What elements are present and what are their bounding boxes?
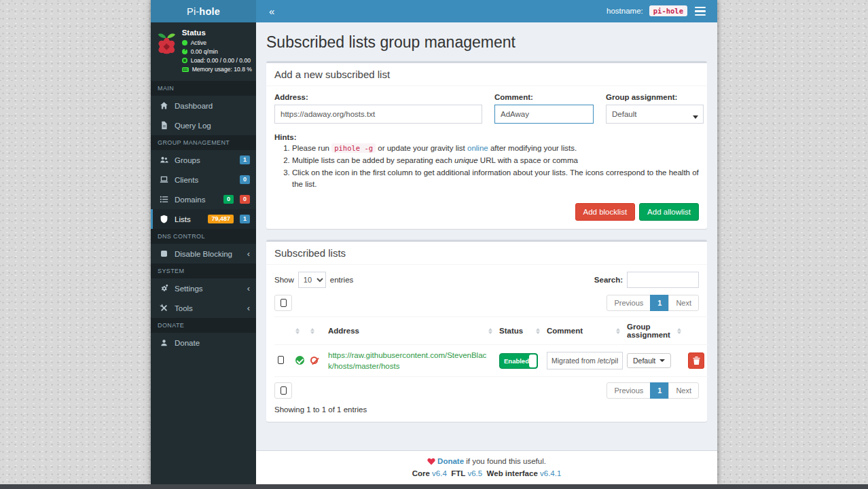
sort-icon <box>616 328 620 335</box>
sidebar-item-lists[interactable]: Lists 79,487 1 <box>151 209 256 229</box>
previous-page-button[interactable]: Previous <box>607 295 651 311</box>
row-comment-input[interactable] <box>547 352 623 369</box>
delete-row-button[interactable] <box>688 352 704 369</box>
health2-column-header[interactable] <box>307 317 325 345</box>
list-ok-icon[interactable] <box>295 356 304 365</box>
entries-label: entries <box>330 276 354 284</box>
chevron-left-icon: ‹ <box>247 285 250 292</box>
sidebar-item-settings[interactable]: Settings ‹ <box>151 278 256 298</box>
hostname-badge: pi-hole <box>649 5 687 16</box>
footer-donate-text: if you found this useful. <box>466 457 546 465</box>
web-version-link[interactable]: v6.4.1 <box>540 469 561 477</box>
sidebar-item-tools[interactable]: Tools ‹ <box>151 298 256 318</box>
main-content: Subscribed lists group management Add a … <box>256 22 717 484</box>
select-all-button-bottom[interactable] <box>274 382 292 399</box>
hamburger-menu-icon[interactable] <box>693 4 707 18</box>
sidebar-item-query-log[interactable]: Query Log <box>151 115 256 135</box>
web-interface-label: Web interface <box>487 469 538 477</box>
pihole-app-window: Pi-hole « hostname: pi-hole <box>151 0 717 484</box>
next-page-button[interactable]: Next <box>668 382 699 399</box>
address-input[interactable] <box>274 105 482 124</box>
load-icon <box>182 58 187 63</box>
row-checkbox[interactable] <box>278 356 284 364</box>
home-icon <box>160 101 168 110</box>
table-summary: Showing 1 to 1 of 1 entries <box>274 405 699 415</box>
groups-count-badge: 1 <box>240 156 250 164</box>
row-group-dropdown[interactable]: Default <box>627 353 671 368</box>
queries-rate-text: 0.00 q/min <box>191 48 218 55</box>
page-title: Subscribed lists group management <box>266 33 707 52</box>
sort-icon <box>488 328 492 335</box>
sidebar-item-groups[interactable]: Groups 1 <box>151 150 256 170</box>
navbar-right: hostname: pi-hole <box>607 4 707 18</box>
ftl-label: FTL <box>451 469 465 477</box>
previous-page-button[interactable]: Previous <box>607 382 651 399</box>
select-all-button-top[interactable] <box>274 295 292 311</box>
list-blocked-icon[interactable] <box>310 357 318 364</box>
next-page-button[interactable]: Next <box>668 295 699 311</box>
domains-blocked-badge: 0 <box>240 195 250 204</box>
health-column-header[interactable] <box>292 317 307 345</box>
section-system: SYSTEM <box>151 264 256 278</box>
checkbox-icon <box>281 299 287 307</box>
add-allowlist-button[interactable]: Add allowlist <box>639 203 699 221</box>
lists-count-badge: 1 <box>240 215 250 223</box>
sidebar-item-dashboard[interactable]: Dashboard <box>151 96 256 115</box>
show-label: Show <box>274 276 294 284</box>
sort-icon <box>677 328 681 335</box>
page-length-select[interactable]: 10 <box>298 272 326 288</box>
sidebar-collapse-button[interactable]: « <box>266 5 277 17</box>
app-logo[interactable]: Pi-hole <box>151 0 256 22</box>
add-list-box: Add a new subscribed list Address: Comme… <box>266 61 707 229</box>
footer-donate-link[interactable]: Donate <box>437 457 464 465</box>
status-title: Status <box>182 29 252 37</box>
shield-icon <box>160 215 168 223</box>
group-assignment-select[interactable]: Default <box>606 105 704 124</box>
gears-icon <box>160 284 168 293</box>
address-column-header[interactable]: Address <box>325 317 496 345</box>
taskbar-edge <box>0 484 868 489</box>
search-label: Search: <box>594 276 623 284</box>
comment-input[interactable] <box>494 105 594 124</box>
sort-icon <box>536 328 540 335</box>
page-1-button[interactable]: 1 <box>650 382 669 399</box>
file-icon <box>160 121 168 130</box>
hints-title: Hints: <box>274 133 699 141</box>
status-panel: Status Active 0.00 q/min Load: 0.00 / 0.… <box>151 22 256 81</box>
domains-allowed-badge: 0 <box>223 195 234 204</box>
sidebar-item-clients[interactable]: Clients 0 <box>151 170 256 189</box>
enabled-toggle[interactable]: Enabled <box>499 353 538 369</box>
heart-icon <box>427 458 435 465</box>
pagination-bottom: Previous 1 Next <box>607 382 699 399</box>
add-blocklist-button[interactable]: Add blocklist <box>575 203 636 221</box>
list-address-link[interactable]: https://raw.githubusercontent.com/Steven… <box>328 351 486 370</box>
sidebar-item-donate[interactable]: Donate <box>151 333 256 352</box>
status-column-header[interactable]: Status <box>496 317 543 345</box>
sidebar-menu: MAIN Dashboard Query Log GROUP MANAGEMEN… <box>151 81 256 352</box>
trash-icon <box>693 357 700 365</box>
group-column-header[interactable]: Group assignment <box>623 317 685 345</box>
ftl-version-link[interactable]: v6.5 <box>467 469 482 477</box>
hostname-label: hostname: <box>607 7 643 15</box>
online-link[interactable]: online <box>467 144 488 152</box>
sort-icon <box>295 328 300 335</box>
donate-icon <box>160 338 168 347</box>
queries-rate-icon <box>182 49 187 54</box>
checkbox-icon <box>281 386 287 395</box>
page-footer: Donate if you found this useful. Core v6… <box>256 450 717 484</box>
sidebar: Status Active 0.00 q/min Load: 0.00 / 0.… <box>151 22 256 484</box>
core-version-link[interactable]: v6.4 <box>432 469 447 477</box>
stop-icon <box>160 249 168 258</box>
sidebar-item-domains[interactable]: Domains 0 0 <box>151 189 256 209</box>
page-1-button[interactable]: 1 <box>650 295 669 311</box>
comment-column-header[interactable]: Comment <box>543 317 623 345</box>
comment-label: Comment: <box>494 93 594 101</box>
status-active-text: Active <box>191 39 206 46</box>
toggle-knob <box>529 355 537 367</box>
section-dns-control: DNS CONTROL <box>151 229 256 244</box>
table-row: https://raw.githubusercontent.com/Steven… <box>274 345 709 377</box>
search-input[interactable] <box>627 272 699 288</box>
users-icon <box>160 156 168 164</box>
subscribed-lists-box: Subscribed lists Show 10 entries Search: <box>266 240 707 422</box>
sidebar-item-disable-blocking[interactable]: Disable Blocking ‹ <box>151 244 256 264</box>
